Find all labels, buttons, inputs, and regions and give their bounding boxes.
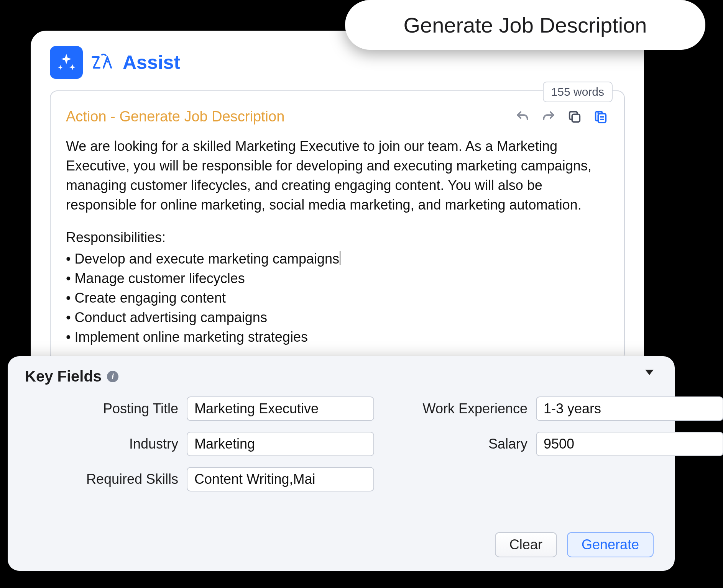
text-cursor [340, 251, 340, 265]
form-buttons: Clear Generate [495, 532, 654, 557]
input-industry[interactable] [187, 432, 374, 456]
field-row-posting-title: Posting Title [67, 396, 374, 421]
svg-rect-2 [598, 113, 606, 122]
input-posting-title[interactable] [187, 396, 374, 421]
action-row: Action - Generate Job Description [66, 108, 609, 125]
action-label: Action - Generate Job Description [66, 108, 284, 125]
page-title-text: Generate Job Description [403, 13, 647, 38]
assist-brand-label: Assist [123, 51, 180, 74]
input-salary[interactable] [536, 432, 723, 456]
key-fields-panel: Key Fields i Posting Title Work Experien… [8, 356, 675, 571]
field-row-work-experience: Work Experience [401, 396, 723, 421]
word-count-badge: 155 words [543, 82, 613, 102]
bullet-item: • Develop and execute marketing campaign… [66, 249, 609, 269]
bullet-item: • Conduct advertising campaigns [66, 308, 609, 327]
svg-point-0 [107, 61, 108, 63]
bullet-item: • Create engaging content [66, 288, 609, 308]
doc-copy-icon[interactable] [593, 109, 609, 125]
input-required-skills[interactable] [187, 467, 374, 491]
undo-icon[interactable] [514, 109, 531, 125]
bullet-item: • Manage customer lifecycles [66, 269, 609, 288]
info-icon[interactable]: i [107, 371, 118, 382]
bullet-item: • Implement online marketing strategies [66, 327, 609, 347]
key-fields-title: Key Fields [25, 368, 102, 385]
generated-paragraph: We are looking for a skilled Marketing E… [66, 136, 609, 215]
field-row-industry: Industry [67, 432, 374, 456]
key-fields-header: Key Fields i [25, 368, 657, 385]
generated-output-box: 155 words Action - Generate Job Descript… [50, 90, 625, 361]
zia-logo-icon [90, 50, 115, 75]
field-row-salary: Salary [401, 432, 723, 456]
redo-icon[interactable] [541, 109, 557, 125]
svg-rect-1 [572, 114, 580, 122]
clear-button[interactable]: Clear [495, 532, 557, 557]
label-industry: Industry [67, 436, 178, 452]
label-work-experience: Work Experience [401, 401, 527, 417]
generate-button[interactable]: Generate [567, 532, 654, 557]
label-posting-title: Posting Title [67, 401, 178, 417]
input-work-experience[interactable] [536, 396, 723, 421]
assist-header: Assist [50, 46, 625, 79]
generated-text[interactable]: We are looking for a skilled Marketing E… [66, 136, 609, 347]
fields-grid: Posting Title Work Experience Industry S… [25, 396, 657, 491]
sparkle-icon [50, 46, 83, 79]
assist-panel: Assist 155 words Action - Generate Job D… [31, 31, 644, 375]
responsibilities-heading: Responsibilities: [66, 228, 609, 247]
label-required-skills: Required Skills [67, 471, 178, 487]
collapse-toggle-icon[interactable] [645, 370, 654, 375]
action-icons [514, 109, 609, 125]
page-title-pill: Generate Job Description [345, 0, 705, 50]
label-salary: Salary [401, 436, 527, 452]
field-row-required-skills: Required Skills [67, 467, 374, 491]
copy-icon[interactable] [567, 109, 583, 125]
